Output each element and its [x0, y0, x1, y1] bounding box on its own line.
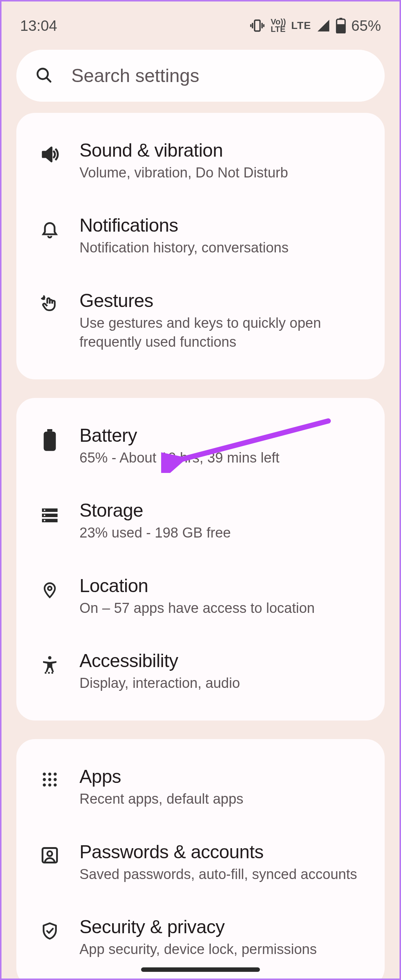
item-subtitle: App security, device lock, permissions	[80, 940, 366, 959]
svg-point-21	[43, 773, 46, 776]
navigation-handle[interactable]	[141, 967, 260, 972]
svg-point-18	[48, 587, 52, 590]
settings-item-battery[interactable]: Battery 65% - About 10 hrs, 39 mins left	[16, 409, 385, 484]
shield-icon	[35, 915, 65, 942]
settings-item-apps[interactable]: Apps Recent apps, default apps	[16, 750, 385, 825]
svg-point-22	[48, 773, 51, 776]
svg-point-23	[54, 773, 56, 776]
battery-icon	[35, 424, 65, 452]
settings-group-1: Battery 65% - About 10 hrs, 39 mins left…	[16, 398, 385, 721]
accessibility-icon	[35, 649, 65, 675]
settings-item-passwords[interactable]: Passwords & accounts Saved passwords, au…	[16, 826, 385, 900]
item-subtitle: 65% - About 10 hrs, 39 mins left	[80, 449, 366, 467]
item-title: Accessibility	[80, 650, 366, 671]
apps-icon	[35, 765, 65, 789]
item-subtitle: 23% used - 198 GB free	[80, 523, 366, 542]
bell-icon	[35, 214, 65, 238]
volte-indicator: Vo)) LTE	[271, 18, 286, 33]
item-title: Sound & vibration	[80, 140, 366, 161]
settings-item-location[interactable]: Location On – 57 apps have access to loc…	[16, 559, 385, 635]
item-title: Gestures	[80, 290, 366, 312]
battery-percent: 65%	[351, 18, 381, 34]
item-title: Location	[80, 575, 366, 597]
item-subtitle: Use gestures and keys to quickly open fr…	[80, 314, 366, 352]
settings-item-gestures[interactable]: Gestures Use gestures and keys to quickl…	[16, 274, 385, 369]
item-subtitle: Saved passwords, auto-fill, synced accou…	[80, 865, 366, 884]
settings-item-accessibility[interactable]: Accessibility Display, interaction, audi…	[16, 635, 385, 710]
settings-item-security[interactable]: Security & privacy App security, device …	[16, 900, 385, 975]
svg-line-9	[46, 78, 51, 82]
account-icon	[35, 840, 65, 865]
item-title: Notifications	[80, 215, 366, 236]
item-title: Security & privacy	[80, 916, 366, 938]
item-subtitle: On – 57 apps have access to location	[80, 599, 366, 618]
svg-rect-11	[44, 432, 56, 451]
vibrate-icon	[249, 18, 266, 34]
settings-item-notifications[interactable]: Notifications Notification history, conv…	[16, 199, 385, 274]
svg-point-16	[44, 515, 45, 516]
search-icon	[35, 66, 53, 85]
item-subtitle: Volume, vibration, Do Not Disturb	[80, 163, 366, 182]
item-title: Apps	[80, 766, 366, 788]
svg-point-25	[48, 778, 51, 781]
search-placeholder: Search settings	[71, 65, 199, 86]
item-title: Storage	[80, 500, 366, 521]
svg-point-28	[48, 784, 51, 787]
gesture-icon	[35, 289, 65, 314]
settings-group-0: Sound & vibration Volume, vibration, Do …	[16, 113, 385, 379]
svg-rect-0	[255, 20, 260, 31]
svg-point-24	[43, 778, 46, 781]
svg-point-26	[54, 778, 56, 781]
item-subtitle: Display, interaction, audio	[80, 674, 366, 693]
settings-item-sound[interactable]: Sound & vibration Volume, vibration, Do …	[16, 124, 385, 199]
settings-group-2: Apps Recent apps, default apps Passwords…	[16, 739, 385, 980]
status-icons: Vo)) LTE LTE 65%	[249, 18, 381, 34]
svg-point-19	[48, 656, 52, 660]
storage-icon	[35, 499, 65, 525]
item-subtitle: Recent apps, default apps	[80, 789, 366, 808]
item-title: Battery	[80, 425, 366, 446]
svg-rect-10	[47, 429, 53, 432]
volume-icon	[35, 139, 65, 165]
signal-icon	[316, 19, 331, 33]
location-icon	[35, 574, 65, 600]
svg-point-31	[48, 851, 53, 856]
status-bar: 13:04 Vo)) LTE LTE 65%	[2, 2, 399, 42]
settings-item-storage[interactable]: Storage 23% used - 198 GB free	[16, 484, 385, 559]
svg-point-17	[44, 520, 45, 522]
battery-status-icon	[336, 18, 346, 33]
svg-point-27	[43, 784, 46, 787]
search-settings[interactable]: Search settings	[16, 50, 385, 102]
svg-rect-7	[336, 24, 345, 33]
item-subtitle: Notification history, conversations	[80, 238, 366, 257]
svg-point-15	[44, 510, 45, 511]
item-title: Passwords & accounts	[80, 841, 366, 863]
status-time: 13:04	[20, 18, 57, 34]
svg-point-29	[54, 784, 56, 787]
network-label: LTE	[291, 20, 311, 32]
